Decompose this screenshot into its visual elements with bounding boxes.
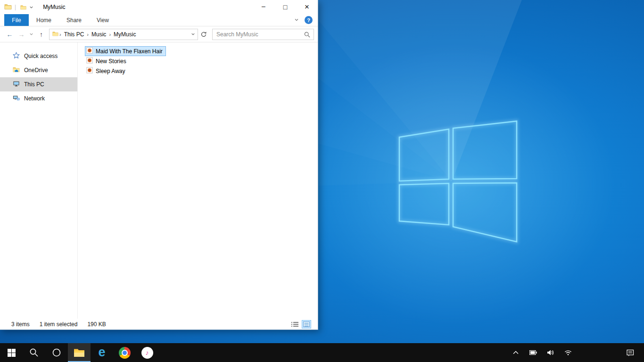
window-folder-icon <box>4 3 12 12</box>
search-icon <box>29 348 39 357</box>
sidebar-item-quick-access[interactable]: Quick access <box>0 49 77 63</box>
taskbar-edge-button[interactable]: e <box>91 343 113 362</box>
cortana-icon <box>52 348 61 357</box>
status-size: 190 KB <box>87 321 106 328</box>
taskbar-search-button[interactable] <box>23 343 45 362</box>
sidebar-item-network[interactable]: Network <box>0 91 77 106</box>
file-explorer-icon <box>74 348 85 357</box>
qat-separator: | <box>15 4 16 10</box>
taskbar-chrome-button[interactable] <box>113 343 136 362</box>
windows-start-icon <box>8 349 16 357</box>
show-hidden-icons-chevron[interactable] <box>511 343 521 362</box>
status-selection: 1 item selected <box>40 321 78 328</box>
network-icon <box>13 94 20 103</box>
media-file-icon <box>86 67 93 75</box>
sidebar-item-onedrive[interactable]: OneDrive <box>0 63 77 77</box>
taskbar-file-explorer-button[interactable] <box>68 343 91 362</box>
tab-view[interactable]: View <box>89 14 116 26</box>
search-input[interactable] <box>213 29 314 40</box>
forward-button[interactable]: → <box>16 28 27 41</box>
ribbon-tab-row: File Home Share View ? <box>0 14 318 26</box>
back-button[interactable]: ← <box>4 28 16 41</box>
taskbar: e ♪ <box>0 343 644 362</box>
up-button[interactable]: ↑ <box>35 28 47 41</box>
file-list[interactable]: Maid With The Flaxen Hair New Stories Sl… <box>78 42 318 319</box>
tab-file[interactable]: File <box>4 14 29 26</box>
breadcrumb-music[interactable]: Music <box>89 31 109 38</box>
chrome-icon <box>119 347 131 359</box>
network-wifi-icon[interactable] <box>563 343 573 362</box>
start-button[interactable] <box>0 343 23 362</box>
breadcrumb-mymusic[interactable]: MyMusic <box>111 31 139 38</box>
action-center-button[interactable] <box>621 343 639 362</box>
address-bar[interactable]: › This PC › Music › MyMusic <box>49 29 198 40</box>
file-row[interactable]: Sleep Away <box>85 66 129 76</box>
recent-locations-icon[interactable] <box>27 28 35 41</box>
close-button[interactable]: × <box>296 0 318 14</box>
onedrive-icon <box>13 66 20 74</box>
details-view-toggle[interactable] <box>290 320 299 329</box>
quick-access-star-icon <box>13 52 20 60</box>
file-explorer-window: | MyMusic – □ × File Home Share View ? ←… <box>0 0 318 330</box>
tab-share[interactable]: Share <box>59 14 89 26</box>
qat-item-icon[interactable] <box>19 0 28 14</box>
large-icons-view-toggle[interactable] <box>302 320 311 329</box>
breadcrumb-this-pc[interactable]: This PC <box>61 31 87 38</box>
system-tray <box>511 343 573 362</box>
taskbar-itunes-button[interactable]: ♪ <box>136 343 158 362</box>
maximize-button[interactable]: □ <box>274 0 296 14</box>
cortana-button[interactable] <box>45 343 68 362</box>
search-icon[interactable] <box>304 32 310 39</box>
sidebar-item-this-pc[interactable]: This PC <box>0 77 77 91</box>
qat-dropdown-icon[interactable] <box>28 0 35 14</box>
edge-icon: e <box>98 346 105 359</box>
media-file-icon <box>86 57 93 65</box>
battery-icon[interactable] <box>528 343 538 362</box>
this-pc-icon <box>13 80 20 89</box>
refresh-button[interactable] <box>198 29 209 40</box>
window-title: MyMusic <box>43 4 65 10</box>
title-bar[interactable]: | MyMusic – □ × <box>0 0 318 14</box>
status-item-count: 3 items <box>11 321 30 328</box>
file-row[interactable]: Maid With The Flaxen Hair <box>85 46 166 56</box>
itunes-icon: ♪ <box>141 347 153 359</box>
tab-home[interactable]: Home <box>29 14 59 26</box>
help-button[interactable]: ? <box>305 16 313 24</box>
address-dropdown-icon[interactable] <box>189 32 198 36</box>
address-bar-row: ← → ↑ › This PC › Music › MyMusic <box>0 26 318 42</box>
expand-ribbon-icon[interactable] <box>294 17 299 24</box>
search-box <box>212 29 314 40</box>
file-row[interactable]: New Stories <box>85 56 130 66</box>
action-center-icon <box>627 349 634 356</box>
status-bar: 3 items 1 item selected 190 KB <box>0 319 318 329</box>
media-file-icon <box>86 47 93 55</box>
volume-icon[interactable] <box>545 343 556 362</box>
navigation-pane: Quick access OneDrive This PC Network <box>0 42 78 319</box>
minimize-button[interactable]: – <box>253 0 274 14</box>
address-folder-icon <box>52 31 58 38</box>
